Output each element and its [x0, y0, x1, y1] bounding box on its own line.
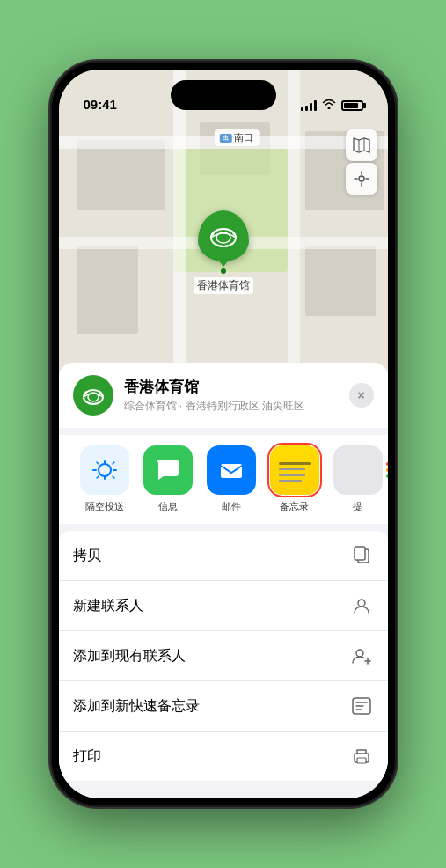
messages-icon — [143, 445, 193, 495]
copy-icon — [349, 543, 374, 568]
share-item-airdrop[interactable]: 隔空投送 — [73, 445, 136, 513]
status-icons — [301, 99, 363, 112]
scroll-dots — [386, 462, 388, 478]
signal-bars-icon — [301, 100, 317, 111]
location-button[interactable] — [346, 163, 377, 195]
bottom-sheet: 香港体育馆 综合体育馆 · 香港特别行政区 油尖旺区 × 隔 — [59, 363, 388, 798]
more-icon — [333, 445, 383, 495]
add-contact-icon — [349, 644, 374, 668]
battery-icon — [341, 100, 363, 111]
wifi-icon — [322, 99, 336, 112]
share-item-mail[interactable]: 邮件 — [200, 445, 263, 513]
map-controls — [346, 129, 377, 195]
action-add-notes[interactable]: 添加到新快速备忘录 — [59, 681, 388, 732]
stadium-marker[interactable]: 香港体育馆 — [194, 210, 253, 294]
phone-frame: 09:41 — [52, 63, 395, 805]
marker-pin — [198, 210, 249, 261]
mail-icon — [207, 445, 256, 495]
map-label: 出 南口 — [214, 129, 259, 146]
venue-card: 香港体育馆 综合体育馆 · 香港特别行政区 油尖旺区 × — [59, 363, 388, 428]
svg-point-9 — [358, 600, 365, 607]
svg-rect-14 — [357, 758, 366, 763]
share-item-more[interactable]: 提 — [326, 445, 388, 513]
marker-label: 香港体育馆 — [194, 277, 253, 294]
venue-close-button[interactable]: × — [349, 383, 374, 408]
share-messages-label: 信息 — [158, 500, 178, 513]
phone-screen: 09:41 — [59, 70, 388, 798]
status-time: 09:41 — [84, 97, 117, 112]
airdrop-icon — [80, 445, 129, 495]
action-copy[interactable]: 拷贝 — [59, 531, 388, 581]
share-airdrop-label: 隔空投送 — [85, 500, 124, 513]
svg-point-5 — [99, 464, 111, 476]
notes-icon — [270, 445, 319, 495]
share-more-label: 提 — [353, 500, 362, 513]
action-add-contact[interactable]: 添加到现有联系人 — [59, 631, 388, 681]
venue-name: 香港体育馆 — [124, 377, 349, 397]
map-exit-icon: 出 — [219, 134, 231, 143]
venue-icon — [73, 375, 113, 416]
marker-dot — [221, 268, 226, 274]
svg-rect-6 — [221, 464, 242, 478]
svg-point-0 — [359, 176, 364, 181]
action-new-contact[interactable]: 新建联系人 — [59, 581, 388, 631]
print-icon — [349, 744, 374, 769]
share-item-messages[interactable]: 信息 — [136, 445, 200, 513]
svg-point-10 — [356, 650, 363, 657]
venue-subtitle: 综合体育馆 · 香港特别行政区 油尖旺区 — [124, 399, 349, 414]
action-print[interactable]: 打印 — [59, 732, 388, 781]
share-row: 隔空投送 信息 — [59, 435, 388, 524]
share-item-notes[interactable]: 备忘录 — [263, 445, 326, 513]
dynamic-island — [171, 80, 276, 110]
action-list: 拷贝 新建联系人 — [59, 531, 388, 781]
action-add-notes-label: 添加到新快速备忘录 — [73, 697, 200, 716]
action-add-contact-label: 添加到现有联系人 — [73, 647, 186, 666]
add-notes-icon — [349, 694, 374, 718]
svg-rect-8 — [355, 547, 365, 560]
share-mail-label: 邮件 — [222, 500, 241, 513]
action-copy-label: 拷贝 — [73, 547, 101, 565]
action-new-contact-label: 新建联系人 — [73, 597, 143, 615]
map-type-button[interactable] — [346, 129, 377, 161]
share-notes-label: 备忘录 — [280, 500, 309, 513]
action-print-label: 打印 — [73, 747, 101, 766]
venue-info: 香港体育馆 综合体育馆 · 香港特别行政区 油尖旺区 — [124, 377, 349, 414]
new-contact-icon — [349, 593, 374, 618]
